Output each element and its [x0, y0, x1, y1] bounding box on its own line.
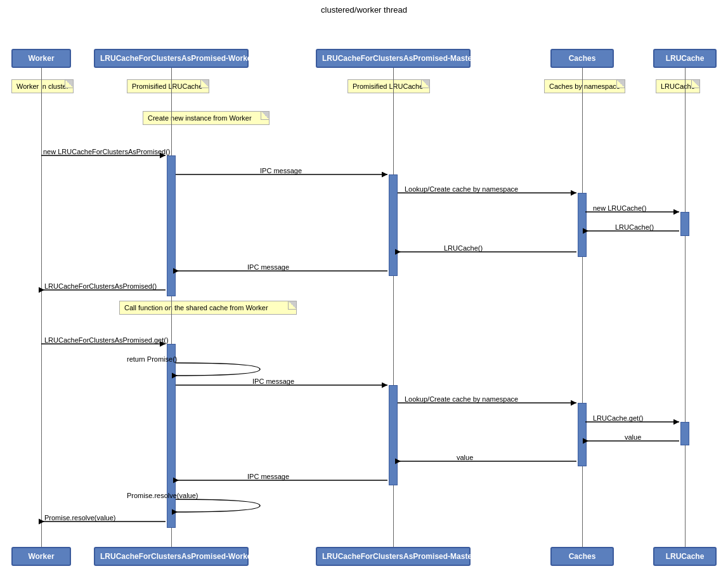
activation-bar-caches-2: [578, 403, 587, 466]
lifeline-lrucache: [685, 68, 686, 547]
note-call-function: Call function on the shared cache from W…: [119, 301, 297, 315]
note-lru-master-promisified: Promisified LRUCache: [348, 79, 430, 93]
lifeline-worker: [41, 68, 42, 547]
label-value-2: value: [457, 454, 473, 461]
label-promise-return: return Promise(): [127, 355, 177, 363]
actor-lrucache-bottom: LRUCache: [653, 547, 717, 566]
label-ipc-4: IPC message: [247, 473, 289, 480]
label-promise-resolve: Promise.resolve(value): [44, 514, 115, 522]
note-lrucache: LRUCache: [656, 79, 700, 93]
actor-worker-top: Worker: [11, 49, 71, 68]
diagram-title: clustered/worker thread: [0, 0, 728, 17]
actor-caches-top: Caches: [550, 49, 614, 68]
label-new-lru: new LRUCacheForClustersAsPromised(): [43, 148, 171, 155]
note-caches-namespace: Caches by namespace: [544, 79, 625, 93]
label-get: LRUCacheForClustersAsPromised.get(): [44, 336, 169, 344]
actor-caches-bottom: Caches: [550, 547, 614, 566]
label-lookup-2: Lookup/Create cache by namespace: [405, 395, 518, 403]
label-value-1: value: [625, 433, 641, 441]
label-lru-return: LRUCacheForClustersAsPromised(): [44, 282, 157, 290]
note-worker-cluster: Worker in cluster: [11, 79, 74, 93]
activation-bar-lru-worker-2: [167, 344, 176, 528]
actor-lrucache-top: LRUCache: [653, 49, 717, 68]
label-ipc-1: IPC message: [260, 167, 302, 174]
actor-lru-master-bottom: LRUCacheForClustersAsPromised-Master: [316, 547, 471, 566]
note-lru-worker-promisified: Promisified LRUCache: [127, 79, 209, 93]
label-ipc-2: IPC message: [247, 263, 289, 271]
actor-worker-bottom: Worker: [11, 547, 71, 566]
activation-bar-caches-1: [578, 193, 587, 257]
activation-bar-lru-worker-1: [167, 155, 176, 296]
actor-lru-worker-top: LRUCacheForClustersAsPromised-Worker: [94, 49, 249, 68]
arrows-svg: [0, 17, 728, 569]
activation-bar-lru-master-2: [389, 385, 398, 485]
lifeline-caches: [582, 68, 583, 547]
label-lrucache-get: LRUCache.get(): [593, 414, 643, 422]
label-new-lrucache: new LRUCache(): [593, 204, 646, 212]
note-create-instance: Create new instance from Worker: [143, 111, 270, 125]
diagram-container: Worker LRUCacheForClustersAsPromised-Wor…: [0, 17, 728, 569]
activation-bar-lrucache-2: [680, 422, 689, 445]
actor-lru-worker-bottom: LRUCacheForClustersAsPromised-Worker: [94, 547, 249, 566]
label-promise-resolve-self: Promise.resolve(value): [127, 492, 198, 499]
actor-lru-master-top: LRUCacheForClustersAsPromised-Master: [316, 49, 471, 68]
label-lrucache-return-1: LRUCache(): [615, 223, 654, 231]
label-ipc-3: IPC message: [252, 377, 294, 385]
activation-bar-lrucache-1: [680, 212, 689, 236]
label-lookup-1: Lookup/Create cache by namespace: [405, 185, 518, 193]
activation-bar-lru-master-1: [389, 174, 398, 276]
label-lrucache-return-2: LRUCache(): [444, 244, 483, 252]
